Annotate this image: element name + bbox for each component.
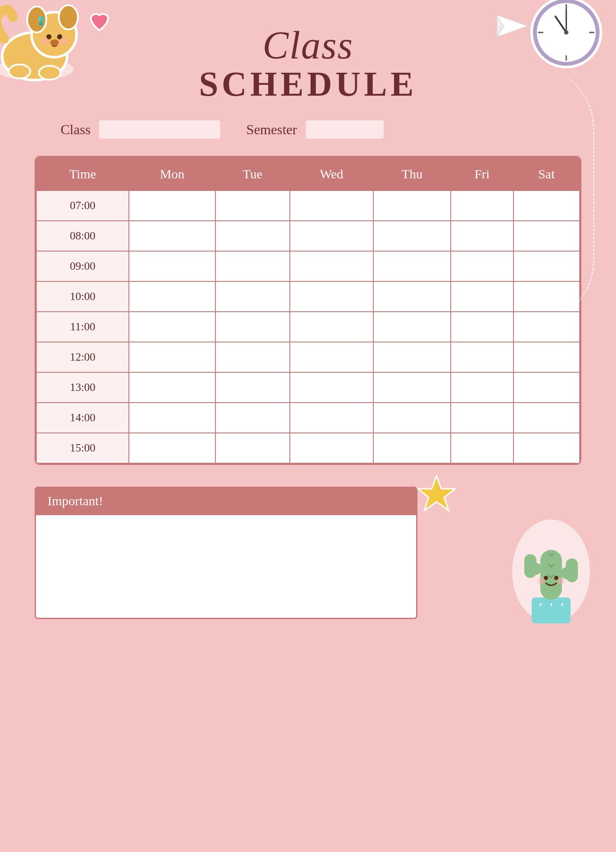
svg-rect-27 xyxy=(532,597,571,623)
schedule-cell[interactable] xyxy=(215,372,290,403)
schedule-cell[interactable] xyxy=(451,190,513,221)
schedule-cell[interactable] xyxy=(290,281,374,312)
schedule-cell[interactable] xyxy=(290,403,374,433)
schedule-cell[interactable] xyxy=(451,312,513,342)
schedule-cell[interactable] xyxy=(129,251,215,281)
schedule-cell[interactable] xyxy=(129,281,215,312)
important-body[interactable] xyxy=(35,515,417,619)
schedule-cell[interactable] xyxy=(451,433,513,463)
schedule-cell[interactable] xyxy=(290,312,374,342)
schedule-cell[interactable] xyxy=(513,372,580,403)
header-fri: Fri xyxy=(451,158,513,190)
schedule-cell[interactable] xyxy=(290,372,374,403)
time-cell: 12:00 xyxy=(36,342,129,372)
semester-field-group: Semester xyxy=(246,120,383,139)
schedule-table: Time Mon Tue Wed Thu Fri Sat 07:0008:000… xyxy=(36,157,580,464)
title-class: Class xyxy=(35,26,581,65)
table-row: 13:00 xyxy=(36,372,580,403)
time-cell: 09:00 xyxy=(36,251,129,281)
table-row: 14:00 xyxy=(36,403,580,433)
schedule-cell[interactable] xyxy=(373,221,451,251)
schedule-cell[interactable] xyxy=(513,221,580,251)
semester-input[interactable] xyxy=(306,120,384,139)
schedule-cell[interactable] xyxy=(290,342,374,372)
time-cell: 07:00 xyxy=(36,190,129,221)
table-row: 12:00 xyxy=(36,342,580,372)
schedule-cell[interactable] xyxy=(373,190,451,221)
schedule-cell[interactable] xyxy=(129,372,215,403)
schedule-cell[interactable] xyxy=(373,342,451,372)
table-row: 10:00 xyxy=(36,281,580,312)
table-row: 09:00 xyxy=(36,251,580,281)
schedule-cell[interactable] xyxy=(129,190,215,221)
schedule-cell[interactable] xyxy=(215,251,290,281)
page: Class SCHEDULE Class Semester Time Mon T… xyxy=(0,0,616,852)
schedule-cell[interactable] xyxy=(513,281,580,312)
header-thu: Thu xyxy=(373,158,451,190)
header-time: Time xyxy=(36,158,129,190)
schedule-cell[interactable] xyxy=(129,312,215,342)
svg-point-42 xyxy=(557,578,564,584)
important-header: Important! xyxy=(35,487,417,515)
svg-rect-30 xyxy=(524,554,536,578)
table-row: 07:00 xyxy=(36,190,580,221)
semester-label: Semester xyxy=(246,122,297,138)
schedule-cell[interactable] xyxy=(513,251,580,281)
header: Class SCHEDULE xyxy=(35,17,581,103)
table-row: 08:00 xyxy=(36,221,580,251)
time-cell: 13:00 xyxy=(36,372,129,403)
schedule-cell[interactable] xyxy=(513,433,580,463)
schedule-cell[interactable] xyxy=(215,342,290,372)
schedule-cell[interactable] xyxy=(290,221,374,251)
important-section: Important! xyxy=(35,487,581,619)
header-tue: Tue xyxy=(215,158,290,190)
schedule-cell[interactable] xyxy=(373,312,451,342)
schedule-cell[interactable] xyxy=(290,251,374,281)
svg-marker-25 xyxy=(418,476,455,510)
schedule-cell[interactable] xyxy=(129,433,215,463)
schedule-cell[interactable] xyxy=(451,281,513,312)
schedule-cell[interactable] xyxy=(451,372,513,403)
schedule-cell[interactable] xyxy=(513,403,580,433)
title-schedule: SCHEDULE xyxy=(35,65,581,103)
schedule-cell[interactable] xyxy=(215,433,290,463)
schedule-cell[interactable] xyxy=(513,190,580,221)
schedule-cell[interactable] xyxy=(215,190,290,221)
time-cell: 11:00 xyxy=(36,312,129,342)
class-field-group: Class xyxy=(61,120,220,139)
class-input[interactable] xyxy=(99,120,220,139)
schedule-cell[interactable] xyxy=(215,281,290,312)
schedule-cell[interactable] xyxy=(451,251,513,281)
schedule-cell[interactable] xyxy=(451,403,513,433)
svg-point-41 xyxy=(538,578,545,584)
svg-rect-32 xyxy=(566,558,578,582)
schedule-cell[interactable] xyxy=(373,403,451,433)
time-cell: 15:00 xyxy=(36,433,129,463)
svg-rect-28 xyxy=(540,550,562,600)
time-cell: 14:00 xyxy=(36,403,129,433)
header-wed: Wed xyxy=(290,158,374,190)
schedule-cell[interactable] xyxy=(129,221,215,251)
time-cell: 10:00 xyxy=(36,281,129,312)
header-mon: Mon xyxy=(129,158,215,190)
schedule-container: Time Mon Tue Wed Thu Fri Sat 07:0008:000… xyxy=(35,156,581,465)
schedule-cell[interactable] xyxy=(290,190,374,221)
schedule-cell[interactable] xyxy=(451,342,513,372)
schedule-cell[interactable] xyxy=(513,312,580,342)
table-row: 15:00 xyxy=(36,433,580,463)
schedule-cell[interactable] xyxy=(373,372,451,403)
schedule-cell[interactable] xyxy=(451,221,513,251)
header-sat: Sat xyxy=(513,158,580,190)
schedule-cell[interactable] xyxy=(215,312,290,342)
schedule-cell[interactable] xyxy=(129,342,215,372)
schedule-cell[interactable] xyxy=(290,433,374,463)
schedule-cell[interactable] xyxy=(373,251,451,281)
schedule-cell[interactable] xyxy=(373,281,451,312)
schedule-cell[interactable] xyxy=(129,403,215,433)
schedule-cell[interactable] xyxy=(215,403,290,433)
schedule-cell[interactable] xyxy=(513,342,580,372)
schedule-cell[interactable] xyxy=(215,221,290,251)
schedule-cell[interactable] xyxy=(373,433,451,463)
svg-point-10 xyxy=(9,65,30,78)
cactus-sticker xyxy=(508,515,594,628)
